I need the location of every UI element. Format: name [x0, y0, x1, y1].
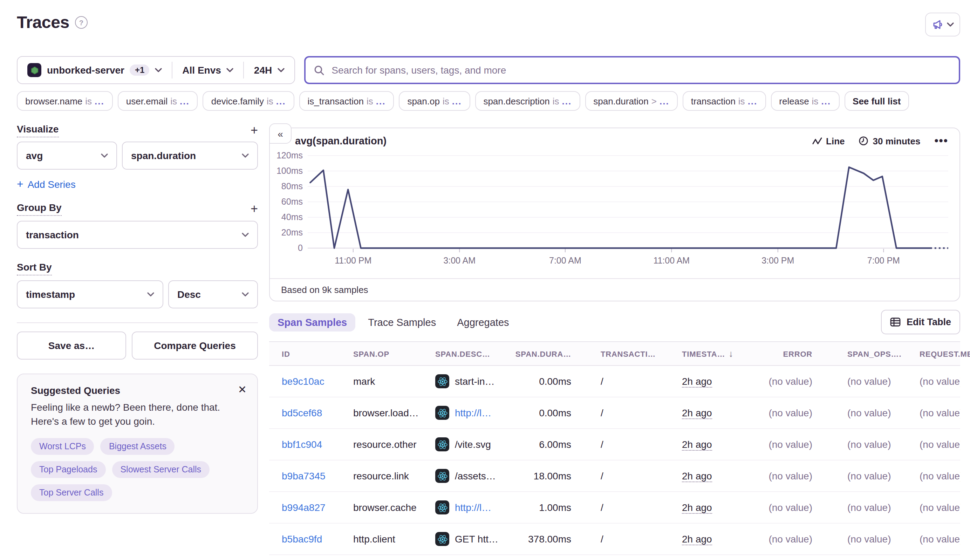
table-row[interactable]: be9c10acmarkstart-in…0.00ms/2h ago(no va… — [269, 366, 960, 397]
time-range-selector[interactable]: 24H — [244, 57, 294, 83]
chart-more-menu[interactable]: ••• — [934, 135, 948, 147]
table-row[interactable]: b5bac9fdhttp.clientGET htt…378.00ms/2h a… — [269, 523, 960, 555]
error-cell: (no value) — [767, 523, 847, 554]
span-description: GET htt… — [455, 533, 498, 545]
column-header-request-me-[interactable]: REQUEST.ME… — [920, 342, 970, 365]
table-row[interactable]: bd5cef68browser.load…http://l…0.00ms/2h … — [269, 397, 960, 429]
span-id-link[interactable]: be9c10ac — [282, 376, 324, 387]
chevron-down-icon — [227, 68, 234, 72]
span-description-link[interactable]: http://l… — [455, 407, 491, 418]
project-selector[interactable]: unborked-server +1 — [18, 57, 172, 83]
table-row[interactable]: b41bfb26resource.ifra…https://…276.00ms/… — [269, 555, 960, 560]
line-chart-icon — [812, 137, 822, 145]
filter-chip-is_transaction[interactable]: is_transactionis... — [299, 91, 394, 111]
tab-aggregates[interactable]: Aggregates — [448, 313, 517, 331]
table-row[interactable]: b9ba7345resource.link/assets…18.00ms/2h … — [269, 460, 960, 492]
filter-chip-span.op[interactable]: span.opis... — [399, 91, 470, 111]
timestamp-cell[interactable]: 2h ago — [682, 502, 712, 513]
save-as-button[interactable]: Save as… — [17, 332, 126, 360]
error-cell: (no value) — [767, 460, 847, 491]
suggested-query-chips: Worst LCPsBiggest AssetsTop PageloadsSlo… — [31, 438, 244, 501]
span-duration-cell: 18.00ms — [519, 460, 601, 491]
column-header-span-desc-[interactable]: SPAN.DESC… — [435, 342, 519, 365]
filter-chip-span.description[interactable]: span.descriptionis... — [475, 91, 580, 111]
span-ops-cell: (no value) — [847, 429, 920, 460]
duration-line-chart[interactable]: 020ms40ms60ms80ms100ms120ms11:00 PM3:00 … — [277, 150, 954, 278]
column-header-error[interactable]: ERROR — [767, 342, 847, 365]
span-id-link[interactable]: b5bac9fd — [282, 533, 322, 545]
timestamp-cell[interactable]: 2h ago — [682, 470, 712, 482]
timestamp-cell[interactable]: 2h ago — [682, 375, 712, 387]
suggested-query-chip[interactable]: Worst LCPs — [31, 438, 94, 455]
filter-chip-transaction[interactable]: transactionis... — [683, 91, 766, 111]
add-group-by-button[interactable]: + — [250, 204, 258, 214]
suggested-query-chip[interactable]: Top Pageloads — [31, 461, 105, 478]
transaction-cell: / — [601, 366, 682, 397]
chart-type-selector[interactable]: Line — [812, 136, 845, 146]
project-name: unborked-server — [47, 65, 124, 76]
search-input[interactable] — [330, 64, 950, 77]
chevron-down-icon — [242, 292, 249, 297]
filter-chip-release[interactable]: releaseis... — [771, 91, 839, 111]
collapse-sidebar-button[interactable]: « — [269, 123, 292, 144]
sort-direction-select[interactable]: Desc — [168, 280, 258, 308]
suggested-query-chip[interactable]: Slowest Server Calls — [112, 461, 210, 478]
field-select[interactable]: span.duration — [122, 142, 258, 170]
chevron-down-icon — [278, 68, 285, 72]
table-icon — [890, 317, 901, 327]
add-series-button[interactable]: + Add Series — [17, 178, 76, 191]
sort-field-select[interactable]: timestamp — [17, 280, 163, 308]
error-cell: (no value) — [767, 492, 847, 523]
span-description-link[interactable]: http://l… — [455, 502, 491, 513]
request-method-cell: (no value) — [920, 429, 960, 460]
column-header-id[interactable]: ID — [269, 342, 353, 365]
span-id-link[interactable]: b9ba7345 — [282, 470, 325, 482]
filter-chip-device.family[interactable]: device.familyis... — [203, 91, 294, 111]
aggregate-value: avg — [26, 150, 43, 161]
chart-interval-selector[interactable]: 30 minutes — [859, 136, 921, 146]
span-description: /assets… — [455, 470, 496, 482]
aggregate-select[interactable]: avg — [17, 142, 117, 170]
tab-span-samples[interactable]: Span Samples — [269, 313, 355, 331]
see-full-list-button[interactable]: See full list — [844, 91, 909, 111]
close-icon[interactable]: ✕ — [238, 383, 247, 396]
compare-queries-button[interactable]: Compare Queries — [132, 332, 258, 360]
filter-chip-span.duration[interactable]: span.duration>... — [585, 91, 677, 111]
span-id-link[interactable]: bbf1c904 — [282, 439, 322, 450]
help-icon[interactable]: ? — [75, 16, 88, 29]
chevron-down-icon — [242, 233, 249, 237]
column-header-timesta-[interactable]: TIMESTA…↓ — [682, 342, 767, 365]
timestamp-cell[interactable]: 2h ago — [682, 438, 712, 450]
whats-new-button[interactable] — [925, 13, 960, 37]
edit-table-button[interactable]: Edit Table — [881, 310, 960, 334]
suggested-query-chip[interactable]: Biggest Assets — [100, 438, 175, 455]
table-row[interactable]: bbf1c904resource.other/vite.svg6.00ms/2h… — [269, 429, 960, 460]
transaction-cell: / — [601, 429, 682, 460]
clock-icon — [859, 136, 869, 146]
suggested-query-chip[interactable]: Top Server Calls — [31, 484, 112, 501]
filter-chip-browser.name[interactable]: browser.nameis... — [17, 91, 113, 111]
column-header-span-dura-[interactable]: SPAN.DURA… — [519, 342, 601, 365]
span-description: /vite.svg — [455, 439, 491, 450]
group-by-select[interactable]: transaction — [17, 221, 258, 249]
span-id-link[interactable]: b994a827 — [282, 502, 325, 513]
column-header-transacti-[interactable]: TRANSACTI… — [601, 342, 682, 365]
column-header-span-ops-[interactable]: SPAN_OPS…. — [847, 342, 920, 365]
span-id-link[interactable]: bd5cef68 — [282, 407, 322, 418]
svg-text:3:00 PM: 3:00 PM — [762, 255, 794, 265]
add-visualize-button[interactable]: + — [250, 125, 258, 135]
span-duration-cell: 1.00ms — [519, 492, 601, 523]
svg-text:7:00 PM: 7:00 PM — [867, 255, 900, 265]
request-method-cell: (no value) — [920, 523, 960, 554]
toolbar: unborked-server +1 All Envs 24H — [0, 56, 970, 84]
filter-chip-user.email[interactable]: user.emailis... — [118, 91, 198, 111]
timestamp-cell[interactable]: 2h ago — [682, 533, 712, 545]
span-ops-cell: (no value) — [847, 492, 920, 523]
table-row[interactable]: b994a827browser.cachehttp://l…1.00ms/2h … — [269, 492, 960, 523]
timestamp-cell[interactable]: 2h ago — [682, 407, 712, 419]
tab-trace-samples[interactable]: Trace Samples — [360, 313, 444, 331]
svg-text:11:00 AM: 11:00 AM — [653, 255, 690, 265]
megaphone-icon — [932, 19, 943, 30]
environment-selector[interactable]: All Envs — [172, 57, 243, 83]
column-header-span-op[interactable]: SPAN.OP — [353, 342, 435, 365]
